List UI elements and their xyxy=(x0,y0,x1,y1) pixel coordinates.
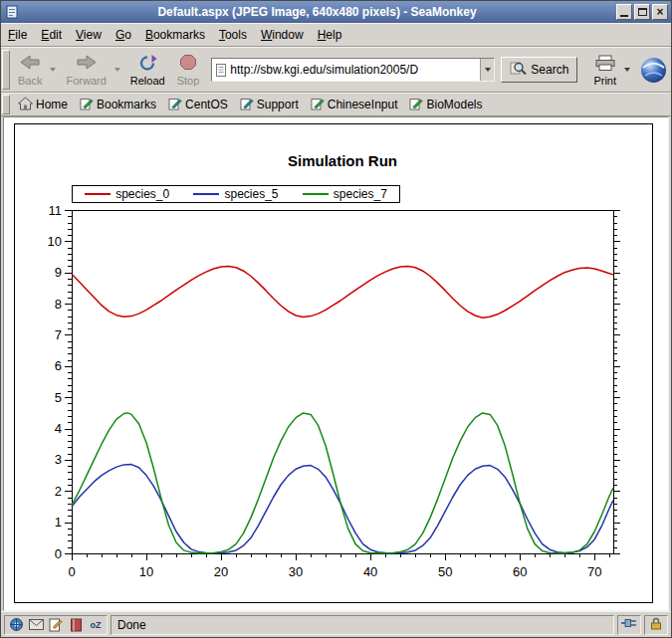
bookmark-item-biomodels[interactable]: BioModels xyxy=(403,95,488,115)
svg-text:9: 9 xyxy=(55,265,62,280)
reload-label: Reload xyxy=(130,75,165,87)
security-panel[interactable] xyxy=(644,615,668,635)
back-group: Back xyxy=(12,51,58,89)
back-dropdown[interactable] xyxy=(48,51,58,89)
back-button[interactable]: Back xyxy=(12,51,48,89)
browser-window: Default.aspx (JPEG Image, 640x480 pixels… xyxy=(0,0,672,638)
svg-text:0: 0 xyxy=(55,546,62,561)
personal-toolbar-grippy[interactable] xyxy=(2,95,10,114)
status-text: Done xyxy=(117,618,146,632)
component-bar: oZ xyxy=(4,615,108,635)
stop-icon xyxy=(179,54,197,74)
chart-image: 01234567891011010203040506070 Simulation… xyxy=(14,123,653,603)
toolbar-grippy[interactable] xyxy=(2,50,10,90)
bookmark-icon xyxy=(409,97,423,113)
stop-button[interactable]: Stop xyxy=(171,51,206,89)
browser-content: 01234567891011010203040506070 Simulation… xyxy=(3,116,669,611)
print-button[interactable]: Print xyxy=(587,52,622,89)
svg-text:10: 10 xyxy=(139,564,153,579)
back-icon xyxy=(19,54,41,74)
page-icon xyxy=(212,64,230,77)
chatzilla-icon[interactable]: oZ xyxy=(87,616,105,634)
search-button[interactable]: Search xyxy=(501,57,577,83)
svg-text:11: 11 xyxy=(49,203,63,218)
address-book-icon[interactable] xyxy=(67,616,85,634)
search-label: Search xyxy=(531,63,568,77)
minimize-button[interactable] xyxy=(616,4,632,20)
print-dropdown[interactable] xyxy=(622,68,632,72)
menu-help[interactable]: Help xyxy=(311,24,349,46)
url-dropdown[interactable] xyxy=(480,59,494,81)
mail-icon[interactable] xyxy=(27,616,45,634)
close-icon: × xyxy=(656,6,663,18)
security-lock-icon xyxy=(650,617,662,633)
legend-entry: species_5 xyxy=(193,187,278,201)
window-title: Default.aspx (JPEG Image, 640x480 pixels… xyxy=(20,5,614,19)
bookmark-item-support[interactable]: Support xyxy=(234,95,305,115)
svg-text:60: 60 xyxy=(513,564,527,579)
chevron-down-icon xyxy=(485,68,491,72)
seamonkey-logo[interactable] xyxy=(640,57,667,84)
legend-line-swatch xyxy=(303,193,329,195)
maximize-icon xyxy=(638,8,647,16)
forward-label: Forward xyxy=(66,75,106,87)
forward-group: Forward xyxy=(60,51,121,89)
print-group: Print xyxy=(587,52,632,89)
bookmark-item-chineseinput[interactable]: ChineseInput xyxy=(305,95,404,115)
menu-file[interactable]: File xyxy=(1,24,34,46)
chatzilla-label: oZ xyxy=(91,620,102,630)
svg-text:20: 20 xyxy=(214,564,228,579)
menu-go[interactable]: Go xyxy=(109,24,138,46)
url-bar xyxy=(211,58,495,82)
bookmark-item-centos[interactable]: CentOS xyxy=(162,95,234,115)
bookmark-folder-icon xyxy=(80,97,94,113)
menu-tools[interactable]: Tools xyxy=(212,24,254,46)
forward-button[interactable]: Forward xyxy=(60,51,112,89)
svg-text:10: 10 xyxy=(48,234,62,249)
close-button[interactable]: × xyxy=(652,4,668,20)
navigation-toolbar: Back Forward Reload Stop Search xyxy=(1,47,671,93)
svg-text:2: 2 xyxy=(55,484,62,499)
svg-text:4: 4 xyxy=(55,421,62,436)
bookmark-icon xyxy=(168,97,182,113)
menu-bookmarks[interactable]: Bookmarks xyxy=(138,24,212,46)
legend-label: species_7 xyxy=(334,187,387,201)
minimize-icon xyxy=(620,15,628,17)
bookmark-item-bookmarks[interactable]: Bookmarks xyxy=(74,95,162,115)
url-input[interactable] xyxy=(230,60,480,80)
svg-text:40: 40 xyxy=(363,564,377,579)
chevron-down-icon xyxy=(50,68,56,72)
personal-toolbar: Home Bookmarks CentOS Support ChineseInp… xyxy=(1,93,671,116)
bookmark-icon xyxy=(240,97,254,113)
print-icon xyxy=(594,55,616,74)
chart-title: Simulation Run xyxy=(72,152,613,169)
legend-entry: species_7 xyxy=(303,187,387,201)
bookmark-item-home[interactable]: Home xyxy=(12,95,74,115)
bookmark-label: Support xyxy=(257,98,299,111)
reload-button[interactable]: Reload xyxy=(124,51,171,89)
svg-text:50: 50 xyxy=(438,564,452,579)
legend-label: species_0 xyxy=(115,187,169,201)
composer-icon[interactable] xyxy=(47,616,65,634)
back-label: Back xyxy=(18,75,42,87)
legend-label: species_5 xyxy=(224,187,278,201)
bookmark-label: Bookmarks xyxy=(97,98,156,111)
forward-dropdown[interactable] xyxy=(112,51,122,89)
status-bar: oZ Done xyxy=(1,611,671,637)
reload-icon xyxy=(137,54,157,74)
window-menu-icon[interactable] xyxy=(4,4,20,20)
online-status-panel[interactable] xyxy=(617,615,641,635)
menu-window[interactable]: Window xyxy=(254,24,311,46)
legend-entry: species_0 xyxy=(85,187,169,201)
bookmark-label: ChineseInput xyxy=(328,98,398,111)
search-icon xyxy=(510,61,527,79)
title-bar: Default.aspx (JPEG Image, 640x480 pixels… xyxy=(1,1,671,23)
menu-view[interactable]: View xyxy=(69,24,109,46)
menu-edit[interactable]: Edit xyxy=(34,24,69,46)
bookmark-label: BioModels xyxy=(426,98,482,111)
navigator-icon[interactable] xyxy=(7,616,25,634)
svg-text:0: 0 xyxy=(68,564,75,579)
bookmark-icon xyxy=(311,97,325,113)
legend-line-swatch xyxy=(193,193,219,195)
maximize-button[interactable] xyxy=(634,4,650,20)
